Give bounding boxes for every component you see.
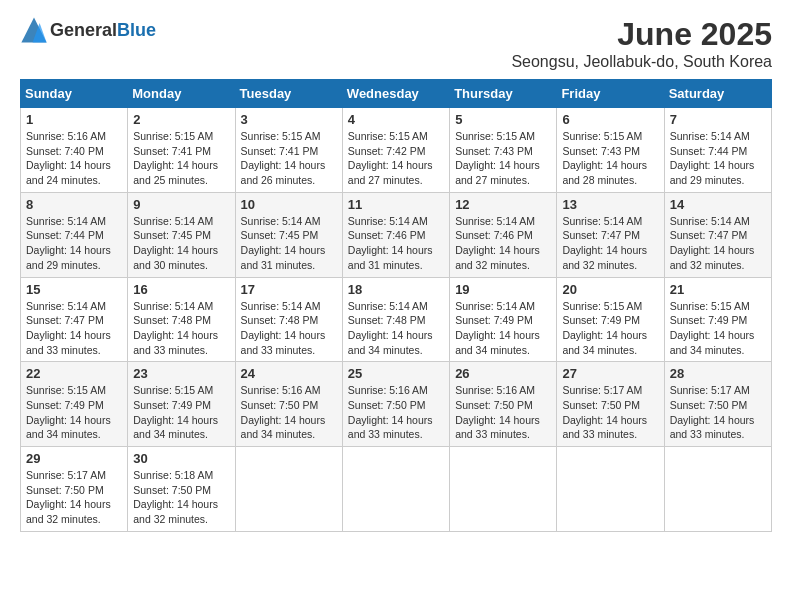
cell-details: Sunrise: 5:14 AMSunset: 7:49 PMDaylight:…	[455, 300, 540, 356]
day-number: 14	[670, 197, 766, 212]
cell-details: Sunrise: 5:15 AMSunset: 7:49 PMDaylight:…	[133, 384, 218, 440]
day-number: 26	[455, 366, 551, 381]
calendar-cell: 12 Sunrise: 5:14 AMSunset: 7:46 PMDaylig…	[450, 192, 557, 277]
calendar-cell: 19 Sunrise: 5:14 AMSunset: 7:49 PMDaylig…	[450, 277, 557, 362]
cell-details: Sunrise: 5:16 AMSunset: 7:50 PMDaylight:…	[455, 384, 540, 440]
day-number: 28	[670, 366, 766, 381]
cell-details: Sunrise: 5:15 AMSunset: 7:49 PMDaylight:…	[562, 300, 647, 356]
cell-details: Sunrise: 5:14 AMSunset: 7:48 PMDaylight:…	[241, 300, 326, 356]
cell-details: Sunrise: 5:15 AMSunset: 7:49 PMDaylight:…	[26, 384, 111, 440]
day-number: 22	[26, 366, 122, 381]
day-number: 6	[562, 112, 658, 127]
cell-details: Sunrise: 5:16 AMSunset: 7:40 PMDaylight:…	[26, 130, 111, 186]
day-number: 1	[26, 112, 122, 127]
cell-details: Sunrise: 5:14 AMSunset: 7:47 PMDaylight:…	[562, 215, 647, 271]
day-number: 11	[348, 197, 444, 212]
calendar-cell: 28 Sunrise: 5:17 AMSunset: 7:50 PMDaylig…	[664, 362, 771, 447]
logo-inner: GeneralBlue	[20, 16, 156, 44]
day-number: 9	[133, 197, 229, 212]
cell-details: Sunrise: 5:14 AMSunset: 7:46 PMDaylight:…	[348, 215, 433, 271]
cell-details: Sunrise: 5:15 AMSunset: 7:42 PMDaylight:…	[348, 130, 433, 186]
cell-details: Sunrise: 5:14 AMSunset: 7:44 PMDaylight:…	[670, 130, 755, 186]
generalblue-icon	[20, 16, 48, 44]
day-number: 20	[562, 282, 658, 297]
calendar-week-row: 22 Sunrise: 5:15 AMSunset: 7:49 PMDaylig…	[21, 362, 772, 447]
day-number: 15	[26, 282, 122, 297]
calendar-cell: 29 Sunrise: 5:17 AMSunset: 7:50 PMDaylig…	[21, 447, 128, 532]
calendar-cell: 11 Sunrise: 5:14 AMSunset: 7:46 PMDaylig…	[342, 192, 449, 277]
calendar-cell: 5 Sunrise: 5:15 AMSunset: 7:43 PMDayligh…	[450, 108, 557, 193]
calendar-cell: 26 Sunrise: 5:16 AMSunset: 7:50 PMDaylig…	[450, 362, 557, 447]
cell-details: Sunrise: 5:14 AMSunset: 7:47 PMDaylight:…	[26, 300, 111, 356]
calendar-cell: 10 Sunrise: 5:14 AMSunset: 7:45 PMDaylig…	[235, 192, 342, 277]
header-wednesday: Wednesday	[342, 80, 449, 108]
calendar-table: Sunday Monday Tuesday Wednesday Thursday…	[20, 79, 772, 532]
cell-details: Sunrise: 5:15 AMSunset: 7:43 PMDaylight:…	[562, 130, 647, 186]
day-number: 12	[455, 197, 551, 212]
calendar-week-row: 29 Sunrise: 5:17 AMSunset: 7:50 PMDaylig…	[21, 447, 772, 532]
day-number: 24	[241, 366, 337, 381]
day-number: 5	[455, 112, 551, 127]
cell-details: Sunrise: 5:15 AMSunset: 7:41 PMDaylight:…	[133, 130, 218, 186]
cell-details: Sunrise: 5:14 AMSunset: 7:47 PMDaylight:…	[670, 215, 755, 271]
calendar-cell: 9 Sunrise: 5:14 AMSunset: 7:45 PMDayligh…	[128, 192, 235, 277]
day-number: 10	[241, 197, 337, 212]
calendar-cell	[450, 447, 557, 532]
calendar-cell: 2 Sunrise: 5:15 AMSunset: 7:41 PMDayligh…	[128, 108, 235, 193]
cell-details: Sunrise: 5:14 AMSunset: 7:45 PMDaylight:…	[241, 215, 326, 271]
logo-general-text: General	[50, 20, 117, 41]
day-number: 18	[348, 282, 444, 297]
day-number: 21	[670, 282, 766, 297]
cell-details: Sunrise: 5:17 AMSunset: 7:50 PMDaylight:…	[26, 469, 111, 525]
calendar-cell: 15 Sunrise: 5:14 AMSunset: 7:47 PMDaylig…	[21, 277, 128, 362]
calendar-cell	[235, 447, 342, 532]
header-saturday: Saturday	[664, 80, 771, 108]
cell-details: Sunrise: 5:14 AMSunset: 7:48 PMDaylight:…	[348, 300, 433, 356]
calendar-cell: 14 Sunrise: 5:14 AMSunset: 7:47 PMDaylig…	[664, 192, 771, 277]
day-number: 25	[348, 366, 444, 381]
day-number: 30	[133, 451, 229, 466]
cell-details: Sunrise: 5:17 AMSunset: 7:50 PMDaylight:…	[670, 384, 755, 440]
header-friday: Friday	[557, 80, 664, 108]
day-number: 23	[133, 366, 229, 381]
calendar-cell: 7 Sunrise: 5:14 AMSunset: 7:44 PMDayligh…	[664, 108, 771, 193]
cell-details: Sunrise: 5:16 AMSunset: 7:50 PMDaylight:…	[241, 384, 326, 440]
cell-details: Sunrise: 5:16 AMSunset: 7:50 PMDaylight:…	[348, 384, 433, 440]
calendar-cell: 17 Sunrise: 5:14 AMSunset: 7:48 PMDaylig…	[235, 277, 342, 362]
calendar-cell: 30 Sunrise: 5:18 AMSunset: 7:50 PMDaylig…	[128, 447, 235, 532]
cell-details: Sunrise: 5:14 AMSunset: 7:44 PMDaylight:…	[26, 215, 111, 271]
weekday-header-row: Sunday Monday Tuesday Wednesday Thursday…	[21, 80, 772, 108]
calendar-week-row: 1 Sunrise: 5:16 AMSunset: 7:40 PMDayligh…	[21, 108, 772, 193]
cell-details: Sunrise: 5:17 AMSunset: 7:50 PMDaylight:…	[562, 384, 647, 440]
calendar-cell: 1 Sunrise: 5:16 AMSunset: 7:40 PMDayligh…	[21, 108, 128, 193]
cell-details: Sunrise: 5:14 AMSunset: 7:48 PMDaylight:…	[133, 300, 218, 356]
day-number: 3	[241, 112, 337, 127]
calendar-cell: 23 Sunrise: 5:15 AMSunset: 7:49 PMDaylig…	[128, 362, 235, 447]
calendar-week-row: 8 Sunrise: 5:14 AMSunset: 7:44 PMDayligh…	[21, 192, 772, 277]
month-title: June 2025	[511, 16, 772, 53]
header: GeneralBlue June 2025 Seongsu, Jeollabuk…	[20, 16, 772, 71]
calendar-cell: 16 Sunrise: 5:14 AMSunset: 7:48 PMDaylig…	[128, 277, 235, 362]
calendar-cell: 25 Sunrise: 5:16 AMSunset: 7:50 PMDaylig…	[342, 362, 449, 447]
calendar-cell	[557, 447, 664, 532]
day-number: 7	[670, 112, 766, 127]
day-number: 16	[133, 282, 229, 297]
calendar-cell: 18 Sunrise: 5:14 AMSunset: 7:48 PMDaylig…	[342, 277, 449, 362]
calendar-cell: 8 Sunrise: 5:14 AMSunset: 7:44 PMDayligh…	[21, 192, 128, 277]
location-title: Seongsu, Jeollabuk-do, South Korea	[511, 53, 772, 71]
day-number: 29	[26, 451, 122, 466]
calendar-cell: 21 Sunrise: 5:15 AMSunset: 7:49 PMDaylig…	[664, 277, 771, 362]
calendar-cell: 4 Sunrise: 5:15 AMSunset: 7:42 PMDayligh…	[342, 108, 449, 193]
calendar-body: 1 Sunrise: 5:16 AMSunset: 7:40 PMDayligh…	[21, 108, 772, 532]
cell-details: Sunrise: 5:14 AMSunset: 7:45 PMDaylight:…	[133, 215, 218, 271]
header-sunday: Sunday	[21, 80, 128, 108]
cell-details: Sunrise: 5:18 AMSunset: 7:50 PMDaylight:…	[133, 469, 218, 525]
cell-details: Sunrise: 5:14 AMSunset: 7:46 PMDaylight:…	[455, 215, 540, 271]
day-number: 27	[562, 366, 658, 381]
calendar-cell	[342, 447, 449, 532]
calendar-cell: 22 Sunrise: 5:15 AMSunset: 7:49 PMDaylig…	[21, 362, 128, 447]
header-thursday: Thursday	[450, 80, 557, 108]
day-number: 13	[562, 197, 658, 212]
title-area: June 2025 Seongsu, Jeollabuk-do, South K…	[511, 16, 772, 71]
cell-details: Sunrise: 5:15 AMSunset: 7:41 PMDaylight:…	[241, 130, 326, 186]
